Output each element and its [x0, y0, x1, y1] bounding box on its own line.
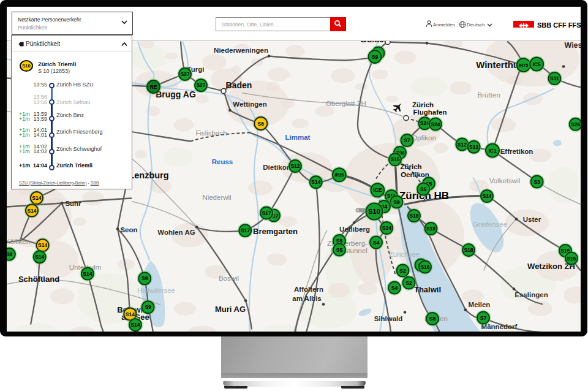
svg-text:Niederwil: Niederwil: [202, 194, 231, 201]
svg-text:Oberglatt ZH: Oberglatt ZH: [326, 100, 366, 107]
svg-text:S7: S7: [404, 137, 410, 143]
svg-text:Baden: Baden: [226, 80, 252, 89]
svg-text:S24: S24: [431, 121, 440, 127]
svg-text:am Albis: am Albis: [292, 295, 322, 302]
svg-text:S17: S17: [262, 210, 271, 216]
svg-text:S8: S8: [7, 251, 12, 257]
svg-text:Wohlen AG: Wohlen AG: [157, 229, 195, 236]
svg-text:S9: S9: [141, 275, 148, 281]
svg-text:Brütten: Brütten: [477, 91, 500, 99]
svg-text:S7: S7: [480, 314, 487, 321]
svg-text:Affoltern: Affoltern: [294, 286, 323, 293]
svg-text:Effretikon: Effretikon: [500, 147, 533, 154]
svg-text:S4: S4: [373, 239, 380, 245]
svg-text:Bremgarten: Bremgarten: [253, 227, 298, 236]
svg-text:Opfikon: Opfikon: [412, 134, 436, 142]
svg-text:S14: S14: [126, 311, 135, 317]
svg-text:Niederweningen: Niederweningen: [214, 46, 268, 53]
svg-text:S24: S24: [382, 225, 391, 231]
svg-text:S9: S9: [145, 304, 151, 310]
svg-text:S11: S11: [550, 75, 559, 82]
svg-text:S14: S14: [83, 270, 92, 276]
svg-text:Uetliberg: Uetliberg: [339, 225, 370, 232]
svg-text:S3: S3: [533, 178, 540, 184]
svg-text:S12: S12: [458, 141, 467, 147]
svg-text:Zürichsee: Zürichsee: [389, 250, 420, 257]
svg-text:IC1: IC1: [488, 147, 497, 153]
svg-text:S5: S5: [420, 186, 427, 192]
svg-text:Kölliken: Kölliken: [7, 237, 30, 245]
svg-text:S14: S14: [27, 207, 36, 213]
svg-text:Reuss: Reuss: [212, 158, 233, 165]
svg-text:Hallwilersee: Hallwilersee: [137, 287, 175, 294]
svg-text:Limmat: Limmat: [285, 133, 311, 140]
svg-text:Dietikon: Dietikon: [263, 163, 290, 170]
svg-text:Muri AG: Muri AG: [215, 305, 246, 314]
svg-text:S18: S18: [464, 247, 473, 253]
svg-text:Fislisbach: Fislisbach: [195, 129, 227, 137]
svg-text:S10: S10: [368, 207, 380, 214]
svg-text:S6: S6: [258, 120, 265, 126]
svg-text:S27: S27: [196, 82, 205, 88]
svg-text:S14: S14: [311, 179, 320, 185]
svg-text:S4: S4: [391, 284, 398, 290]
svg-text:S9: S9: [393, 199, 400, 205]
svg-text:Volketswil: Volketswil: [489, 177, 521, 184]
svg-text:S26: S26: [571, 121, 580, 127]
svg-text:S12: S12: [469, 143, 478, 150]
svg-text:S2: S2: [399, 267, 406, 273]
svg-text:S17: S17: [241, 227, 250, 233]
svg-text:RE: RE: [150, 83, 157, 89]
svg-text:S2: S2: [405, 279, 412, 286]
svg-text:Brugg AG: Brugg AG: [156, 89, 196, 99]
svg-text:S14: S14: [35, 254, 44, 260]
svg-text:Meilen: Meilen: [469, 301, 491, 308]
svg-text:S8: S8: [429, 316, 436, 322]
svg-text:S18: S18: [426, 226, 435, 232]
svg-text:IR75: IR75: [519, 63, 528, 67]
svg-text:S14: S14: [130, 322, 140, 328]
svg-text:Uster: Uster: [523, 216, 541, 223]
svg-text:Schöftland: Schöftland: [18, 274, 59, 283]
svg-text:S5: S5: [336, 246, 343, 252]
svg-text:IR35: IR35: [334, 172, 344, 177]
svg-text:S14: S14: [482, 193, 491, 199]
svg-text:S15: S15: [390, 156, 399, 162]
svg-text:ICE: ICE: [373, 187, 382, 193]
svg-text:Seon: Seon: [120, 226, 137, 233]
svg-text:Lenzburg: Lenzburg: [129, 170, 168, 180]
svg-text:Boswil: Boswil: [219, 275, 239, 282]
svg-text:S16: S16: [420, 264, 429, 270]
svg-text:Flughafen: Flughafen: [413, 108, 447, 116]
svg-text:IC5: IC5: [533, 61, 541, 67]
svg-text:S27: S27: [180, 71, 189, 77]
svg-text:Wies: Wies: [564, 41, 581, 50]
svg-text:Esslingen: Esslingen: [514, 291, 548, 298]
svg-text:Greifensee: Greifensee: [473, 220, 507, 227]
svg-text:S14: S14: [38, 242, 47, 248]
svg-text:Suhr: Suhr: [65, 199, 81, 207]
svg-text:S9: S9: [372, 53, 379, 59]
svg-text:Thalwil: Thalwil: [414, 284, 441, 294]
svg-text:Zürich: Zürich: [412, 101, 434, 108]
svg-text:S15: S15: [567, 255, 576, 261]
svg-text:Wettingen: Wettingen: [233, 100, 266, 107]
svg-text:S18: S18: [409, 213, 418, 219]
svg-text:S14: S14: [32, 195, 41, 201]
svg-text:Sihlwald: Sihlwald: [374, 314, 403, 322]
svg-text:Zürich: Zürich: [400, 163, 421, 170]
svg-text:S12: S12: [290, 163, 300, 169]
